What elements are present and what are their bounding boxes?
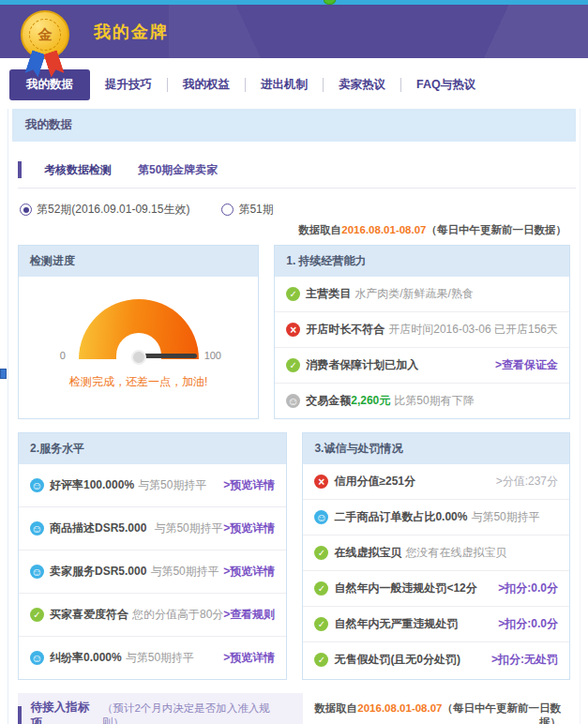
gauge-max-label: 100 bbox=[204, 350, 221, 361]
page-content: 我的数据 考核数据检测 第50期金牌卖家 第52期(2016.09.01-09.… bbox=[8, 109, 580, 724]
list-item: 消费者保障计划已加入 >查看保证金 bbox=[275, 348, 569, 384]
list-item: 自然年内无严重违规处罚 >扣分:0.0分 bbox=[303, 607, 569, 642]
gauge-hub bbox=[131, 350, 146, 365]
tab-faq[interactable]: FAQ与热议 bbox=[401, 69, 490, 100]
list-item: 好评率100.000% 与第50期持平 >预览详情 bbox=[19, 464, 286, 507]
banner-decoration bbox=[169, 5, 450, 58]
smiley-icon bbox=[30, 565, 44, 579]
list-item: 主营类目 水产肉类/新鲜蔬果/熟食 bbox=[275, 277, 569, 312]
tab-improve-skills[interactable]: 提升技巧 bbox=[90, 69, 167, 100]
gauge-panel-title: 检测进度 bbox=[19, 246, 258, 277]
transaction-amount: 2,260元 bbox=[351, 393, 390, 409]
check-icon bbox=[314, 581, 328, 596]
list-item: 无售假处罚(且无0分处罚) >扣分:无处罚 bbox=[303, 642, 569, 677]
gauge-needle bbox=[139, 354, 197, 358]
medal-ribbon-red bbox=[43, 50, 64, 77]
tab-my-benefits[interactable]: 我的权益 bbox=[168, 69, 245, 100]
period-selector: 第52期(2016.09.01-09.15生效) 第51期 bbox=[20, 202, 576, 218]
radio-period-51[interactable] bbox=[221, 204, 234, 216]
page-title: 我的金牌 bbox=[94, 21, 169, 43]
deduction-points-link[interactable]: >扣分:0.0分 bbox=[498, 616, 558, 632]
data-source-note: 数据取自2016.08.01-08.07（每日中午更新前一日数据） bbox=[303, 701, 561, 724]
neutral-face-icon bbox=[286, 394, 300, 408]
pending-indicators-header: 待接入指标项 （预计2个月内决定是否加入准入规则） 数据取自2016.08.01… bbox=[18, 693, 570, 724]
panel2-title: 2.服务水平 bbox=[19, 433, 286, 464]
pending-accent-bar bbox=[18, 706, 22, 724]
deduction-points-link[interactable]: >扣分:无处罚 bbox=[491, 652, 558, 668]
list-item: 信用分值≥251分 >分值:237分 bbox=[303, 464, 569, 500]
smiley-icon bbox=[30, 478, 44, 492]
smiley-icon bbox=[30, 521, 44, 535]
list-item: 在线虚拟宝贝 您没有在线虚拟宝贝 bbox=[303, 535, 569, 571]
check-icon bbox=[314, 653, 328, 667]
check-icon bbox=[314, 617, 328, 631]
deduction-points-link[interactable]: >扣分:0.0分 bbox=[498, 581, 558, 596]
left-edge-marker bbox=[0, 369, 7, 379]
smiley-icon bbox=[30, 651, 44, 665]
medal-text: 金 bbox=[29, 19, 61, 51]
radio-period-52[interactable] bbox=[20, 204, 32, 216]
data-source-date: 2016.08.01-08.07 bbox=[341, 224, 426, 235]
page-banner: 金 我的金牌 bbox=[0, 5, 588, 58]
preview-detail-link[interactable]: >预览详情 bbox=[223, 477, 275, 493]
subtab-assessment-check[interactable]: 考核数据检测 bbox=[31, 157, 125, 188]
preview-detail-link[interactable]: >预览详情 bbox=[223, 520, 275, 536]
tab-seller-discussion[interactable]: 卖家热议 bbox=[324, 69, 400, 100]
check-icon bbox=[286, 358, 300, 372]
list-item: 交易金额 2,260元 比第50期有下降 bbox=[275, 384, 569, 418]
panel-business-capability: 1. 持续经营能力 主营类目 水产肉类/新鲜蔬果/熟食 开店时长不符合 开店时间… bbox=[274, 245, 570, 419]
panel-service-level: 2.服务水平 好评率100.000% 与第50期持平 >预览详情 商品描述DSR… bbox=[18, 432, 287, 680]
tab-entry-exit[interactable]: 进出机制 bbox=[246, 69, 323, 100]
check-icon bbox=[30, 608, 44, 622]
data-source-note: 数据取自2016.08.01-08.07（每日中午更新前一日数据） bbox=[12, 223, 566, 237]
list-item: 自然年内一般违规处罚<12分 >扣分:0.0分 bbox=[303, 571, 569, 607]
sub-tab-accent-bar bbox=[18, 161, 22, 178]
cross-icon bbox=[314, 475, 328, 489]
list-item: 二手商品订单数占比0.00% 与第50期持平 bbox=[303, 500, 569, 535]
radio-period-52-label[interactable]: 第52期(2016.09.01-09.15生效) bbox=[37, 202, 189, 218]
panel-integrity-penalty: 3.诚信与处罚情况 信用分值≥251分 >分值:237分 二手商品订单数占比0.… bbox=[302, 432, 570, 680]
view-rules-link[interactable]: >查看规则 bbox=[223, 607, 275, 623]
main-nav-tabs: 我的数据 提升技巧 我的权益 进出机制 卖家热议 FAQ与热议 bbox=[9, 69, 588, 99]
gauge-panel: 检测进度 0 100 检测完成，还差一点，加油! bbox=[18, 245, 259, 419]
list-item: 纠纷率0.000% 与第50期持平 >预览详情 bbox=[19, 637, 286, 679]
cross-icon bbox=[286, 323, 300, 337]
medal-ribbon-blue bbox=[24, 50, 45, 77]
subtab-period50-seller[interactable]: 第50期金牌卖家 bbox=[125, 157, 231, 188]
pending-note: （预计2个月内决定是否加入准入规则） bbox=[102, 701, 284, 724]
section-title: 我的数据 bbox=[12, 109, 576, 142]
check-icon bbox=[314, 546, 328, 560]
gauge-min-label: 0 bbox=[60, 350, 66, 361]
panels-row-2: 2.服务水平 好评率100.000% 与第50期持平 >预览详情 商品描述DSR… bbox=[18, 432, 570, 680]
progress-gauge: 0 100 bbox=[36, 294, 242, 365]
data-source-date: 2016.08.01-08.07 bbox=[357, 702, 442, 714]
check-icon bbox=[286, 287, 300, 301]
pending-title: 待接入指标项 bbox=[31, 700, 98, 724]
list-item: 开店时长不符合 开店时间2016-03-06 已开店156天 bbox=[275, 312, 569, 348]
sub-tabs: 考核数据检测 第50期金牌卖家 bbox=[18, 157, 576, 189]
credit-score-value: >分值:237分 bbox=[496, 474, 558, 490]
panel3-title: 3.诚信与处罚情况 bbox=[303, 433, 569, 464]
preview-detail-link[interactable]: >预览详情 bbox=[223, 564, 275, 580]
panels-row-1: 检测进度 0 100 检测完成，还差一点，加油! 1. 持续经营能力 主营类目 … bbox=[18, 245, 570, 419]
panel1-title: 1. 持续经营能力 bbox=[275, 246, 569, 277]
preview-detail-link[interactable]: >预览详情 bbox=[223, 650, 275, 666]
gauge-caption: 检测完成，还差一点，加油! bbox=[69, 374, 207, 390]
view-deposit-link[interactable]: >查看保证金 bbox=[495, 357, 558, 373]
list-item: 商品描述DSR5.000 与第50期持平 >预览详情 bbox=[19, 507, 286, 551]
list-item: 卖家服务DSR5.000 与第50期持平 >预览详情 bbox=[19, 551, 286, 594]
list-item: 买家喜爱度符合 您的分值高于80分 >查看规则 bbox=[19, 594, 286, 637]
gold-medal-icon: 金 bbox=[19, 10, 71, 78]
smiley-icon bbox=[314, 510, 328, 524]
radio-period-51-label[interactable]: 第51期 bbox=[238, 202, 273, 218]
